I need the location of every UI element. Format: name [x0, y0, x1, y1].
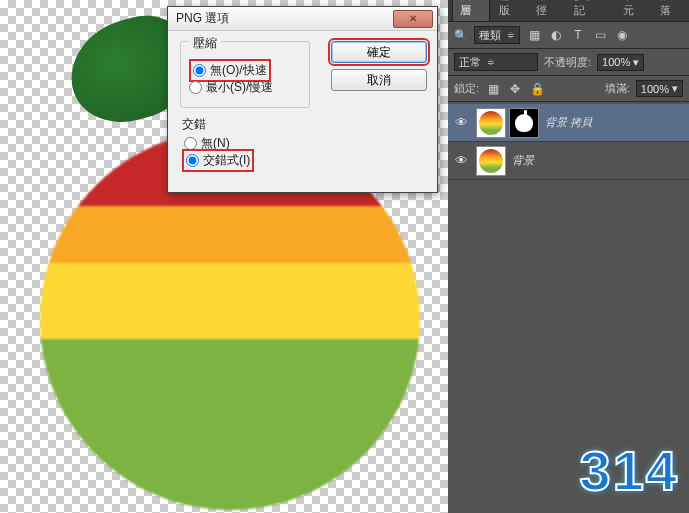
- tab-channels[interactable]: 色版: [492, 0, 528, 21]
- compression-legend: 壓縮: [189, 35, 221, 52]
- interlace-legend: 交錯: [182, 116, 425, 133]
- interlace-interlaced-radio[interactable]: [186, 154, 199, 167]
- chevron-down-icon: ▾: [672, 82, 678, 95]
- layers-panel: 圖層 色版 路徑 步驟記 字元 段落 🔍 種類 ≑ ▦ ◐ T ▭ ◉ 正常 ≑…: [448, 0, 689, 513]
- filter-type-icon[interactable]: T: [570, 27, 586, 43]
- filter-pixel-icon[interactable]: ▦: [526, 27, 542, 43]
- layer-row[interactable]: 👁 背景 拷貝: [448, 104, 689, 142]
- chevron-down-icon: ▾: [633, 56, 639, 69]
- filter-shape-icon[interactable]: ▭: [592, 27, 608, 43]
- compression-none-radio[interactable]: [193, 64, 206, 77]
- chevron-down-icon: ≑: [487, 57, 495, 67]
- tab-history[interactable]: 步驟記: [567, 0, 614, 21]
- close-icon: ✕: [409, 13, 417, 24]
- dialog-title: PNG 選項: [172, 10, 393, 27]
- chevron-down-icon: ≑: [507, 30, 515, 40]
- png-options-dialog: PNG 選項 ✕ 確定 取消 壓縮 無(O)/快速 最小(S)/慢速 交錯: [167, 6, 438, 193]
- interlace-interlaced-highlight: 交錯式(I): [182, 149, 254, 172]
- tab-character[interactable]: 字元: [616, 0, 652, 21]
- visibility-toggle[interactable]: 👁: [452, 115, 470, 130]
- filter-smart-icon[interactable]: ◉: [614, 27, 630, 43]
- lock-fill-row: 鎖定: ▦ ✥ 🔒 填滿: 100%▾: [448, 76, 689, 102]
- panel-tabs: 圖層 色版 路徑 步驟記 字元 段落: [448, 0, 689, 22]
- compression-none-label: 無(O)/快速: [210, 62, 267, 79]
- opacity-label: 不透明度:: [544, 55, 591, 70]
- ok-button[interactable]: 確定: [331, 41, 427, 63]
- fill-label: 填滿:: [605, 81, 630, 96]
- layer-name[interactable]: 背景 拷貝: [545, 115, 592, 130]
- layer-row[interactable]: 👁 背景: [448, 142, 689, 180]
- layer-list: 👁 背景 拷貝 👁 背景: [448, 102, 689, 182]
- watermark: 314: [580, 438, 679, 503]
- lock-label: 鎖定:: [454, 81, 479, 96]
- layer-thumbnail[interactable]: [476, 108, 506, 138]
- dialog-titlebar[interactable]: PNG 選項 ✕: [168, 7, 437, 31]
- blend-mode-dropdown[interactable]: 正常 ≑: [454, 53, 538, 71]
- layer-mask-thumbnail[interactable]: [509, 108, 539, 138]
- layer-filter-bar: 🔍 種類 ≑ ▦ ◐ T ▭ ◉: [448, 22, 689, 49]
- compression-smallest-label: 最小(S)/慢速: [206, 79, 273, 96]
- fill-value[interactable]: 100%▾: [636, 80, 683, 97]
- layer-name[interactable]: 背景: [512, 153, 534, 168]
- filter-kind-dropdown[interactable]: 種類 ≑: [474, 26, 520, 44]
- tab-paragraph[interactable]: 段落: [653, 0, 689, 21]
- visibility-toggle[interactable]: 👁: [452, 153, 470, 168]
- layer-thumbnail[interactable]: [476, 146, 506, 176]
- tab-layers[interactable]: 圖層: [452, 0, 490, 21]
- tab-paths[interactable]: 路徑: [529, 0, 565, 21]
- compression-smallest-radio[interactable]: [189, 81, 202, 94]
- cancel-button[interactable]: 取消: [331, 69, 427, 91]
- interlace-interlaced-label: 交錯式(I): [203, 152, 250, 169]
- lock-position-icon[interactable]: ✥: [507, 81, 523, 97]
- search-icon: 🔍: [454, 29, 468, 42]
- filter-adjust-icon[interactable]: ◐: [548, 27, 564, 43]
- blend-opacity-row: 正常 ≑ 不透明度: 100%▾: [448, 49, 689, 76]
- lock-all-icon[interactable]: 🔒: [529, 81, 545, 97]
- close-button[interactable]: ✕: [393, 10, 433, 28]
- opacity-value[interactable]: 100%▾: [597, 54, 644, 71]
- lock-pixels-icon[interactable]: ▦: [485, 81, 501, 97]
